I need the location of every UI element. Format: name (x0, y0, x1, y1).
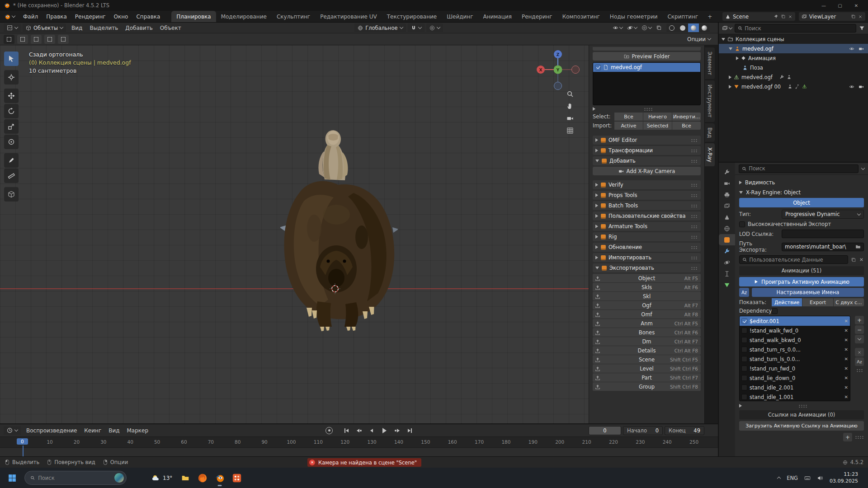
expander-icon[interactable] (593, 107, 595, 111)
remove-animation-icon[interactable]: ✕ (844, 347, 848, 352)
menu-item[interactable]: Справка (132, 11, 164, 22)
new-scene-icon[interactable] (781, 14, 786, 19)
outliner-display-mode[interactable] (722, 25, 732, 31)
menu-item[interactable]: Правка (42, 11, 71, 22)
sidebar-section-batch-tools[interactable]: Batch Tools (593, 201, 701, 210)
remove-animation-icon[interactable]: ✕ (844, 385, 848, 390)
copy-data-icon[interactable] (851, 257, 856, 263)
animation-row[interactable]: stand_idle_1.001 ✕ (740, 392, 850, 401)
panel-grip[interactable] (691, 183, 698, 187)
menu-item[interactable]: Рендеринг (71, 11, 110, 22)
scale-tool[interactable] (4, 119, 19, 134)
workspace-tab[interactable]: Скриптинг (662, 11, 703, 22)
workspace-tab[interactable]: Текстурирование (382, 11, 442, 22)
animation-checkbox[interactable] (741, 356, 747, 362)
export-operator-button[interactable]: Skl (593, 292, 701, 300)
animation-checkbox[interactable] (741, 366, 747, 371)
shading-solid-button[interactable] (677, 23, 688, 32)
jump-to-end-button[interactable] (404, 426, 415, 435)
sidebar-section-transforms[interactable]: Трансформации (593, 146, 701, 155)
visibility-section-header[interactable]: Видимость (739, 178, 864, 187)
timeline-editor-type[interactable] (4, 426, 21, 435)
orientation-dropdown[interactable]: Глобальное (354, 23, 406, 32)
tool-tab-icon[interactable] (719, 166, 735, 178)
collapsed-panel-row[interactable] (739, 403, 864, 408)
file-explorer-icon[interactable] (177, 469, 194, 487)
select-action-button[interactable]: Ничего (643, 113, 672, 121)
disable-render-icon[interactable] (859, 46, 864, 52)
sidebar-tab[interactable]: X-Ray (705, 143, 715, 166)
weather-widget[interactable]: 13° (147, 474, 177, 482)
blender-app-icon[interactable] (211, 469, 228, 487)
animation-row[interactable]: stand_lie_down_0 ✕ (740, 373, 850, 383)
custom-data-search[interactable] (739, 255, 848, 264)
lod-reference-input[interactable] (782, 230, 864, 238)
physics-tab-icon[interactable] (719, 257, 735, 268)
xray-section-header[interactable]: X-Ray Engine: Object (739, 188, 864, 197)
firefox-icon[interactable] (194, 469, 211, 487)
animation-row[interactable]: !stand_walk_fwd_0 ✕ (740, 326, 850, 335)
gizmos-dropdown[interactable] (627, 25, 637, 31)
sidebar-section-props-tools[interactable]: Props Tools (593, 191, 701, 200)
panel-grip[interactable] (691, 204, 698, 207)
outliner-search[interactable] (735, 24, 856, 33)
scene-tab-icon[interactable] (719, 211, 735, 223)
show-filter-tab[interactable]: С двух с... (834, 298, 864, 306)
animation-row[interactable]: !stand_run_fwd_0 ✕ (740, 364, 850, 373)
timeline-menu-item[interactable]: Вид (105, 427, 123, 434)
workspace-tab[interactable]: Планировка (171, 11, 216, 22)
add-workspace-button[interactable]: + (703, 14, 717, 20)
ortho-grid-icon[interactable] (566, 127, 574, 134)
play-active-animation-button[interactable]: Проиграть Активную Анимацию (739, 277, 864, 286)
animation-checkbox[interactable] (741, 394, 747, 400)
outliner-row-pose[interactable]: Поза (719, 63, 868, 72)
animation-checkbox[interactable] (741, 385, 747, 390)
zoom-icon[interactable] (566, 90, 574, 98)
model-mutant-boar[interactable] (280, 124, 398, 332)
workspace-tab[interactable]: Рендеринг (517, 11, 557, 22)
workspace-tab[interactable]: Шейдинг (442, 11, 478, 22)
3d-cursor[interactable] (330, 283, 340, 294)
blender-menu-button[interactable] (0, 14, 19, 20)
camera-view-icon[interactable] (566, 115, 574, 122)
timeline-menu-item[interactable]: Маркер (123, 427, 152, 434)
minimize-button[interactable]: — (816, 0, 832, 11)
world-tab-icon[interactable] (719, 223, 735, 234)
expander-icon[interactable] (729, 47, 732, 50)
gizmo-x-neg-axis[interactable] (572, 66, 580, 74)
az-names-toggle[interactable]: Az (739, 288, 749, 297)
remove-animation-button[interactable]: − (855, 325, 864, 334)
file-checkbox[interactable] (595, 65, 601, 70)
remove-animation-icon[interactable]: ✕ (844, 366, 848, 371)
remove-animation-icon[interactable]: ✕ (844, 338, 848, 343)
pan-hand-icon[interactable] (566, 103, 574, 110)
timeline-menu-item[interactable]: Воспроизведение (23, 427, 80, 434)
workspace-tab[interactable]: Ноды геометрии (605, 11, 663, 22)
workspace-tab[interactable]: Моделирование (216, 11, 272, 22)
properties-search-input[interactable] (749, 165, 855, 172)
workspace-tab[interactable]: Редактирование UV (315, 11, 382, 22)
outliner-row-animation[interactable]: Анимация (719, 53, 868, 63)
overlays-dropdown[interactable] (642, 25, 651, 31)
grid-app-icon[interactable] (228, 469, 245, 487)
select-action-button[interactable]: Все (614, 113, 643, 121)
panel-grip[interactable] (691, 235, 698, 239)
viewport-menu-item[interactable]: Вид (68, 25, 86, 31)
snipping-app-icon[interactable] (130, 469, 147, 487)
remove-animation-icon[interactable]: ✕ (844, 394, 848, 399)
animation-refs-header[interactable]: Ссылки на Анимации (0) (739, 410, 864, 419)
play-button[interactable] (379, 426, 390, 435)
outliner-row-armature-object[interactable]: medved.ogf (719, 44, 868, 53)
show-filter-tab[interactable]: Export (802, 298, 833, 306)
frame-end-field[interactable]: Конец 49 (665, 426, 704, 435)
browse-folder-icon[interactable] (855, 244, 861, 249)
expander-icon[interactable] (722, 38, 725, 41)
animation-row[interactable]: stand_turn_rs_0.0... ✕ (740, 345, 850, 354)
select-tool[interactable] (4, 52, 19, 66)
export-operator-button[interactable]: Object Alt F5 (593, 274, 701, 282)
render-tab-icon[interactable] (719, 178, 735, 189)
disable-render-icon[interactable] (859, 84, 864, 89)
object-tab-icon[interactable] (719, 234, 735, 245)
properties-search[interactable] (739, 164, 859, 173)
jump-to-start-button[interactable] (341, 426, 352, 435)
